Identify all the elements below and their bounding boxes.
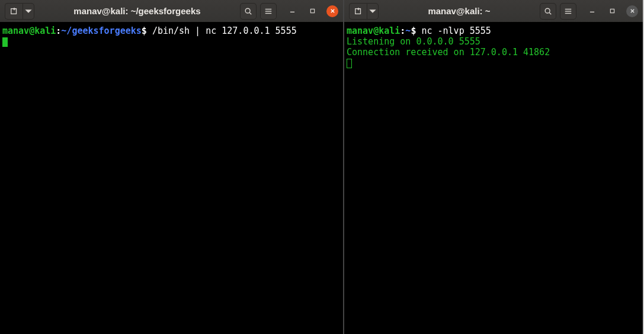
minimize-icon (290, 8, 295, 14)
window-controls (286, 5, 338, 17)
titlebar-left[interactable]: manav@kali: ~/geeksforgeeks (0, 0, 343, 22)
close-button[interactable] (326, 5, 338, 17)
search-icon (544, 7, 552, 15)
output-line: Connection received on 127.0.0.1 41862 (347, 47, 640, 58)
new-tab-group (349, 3, 379, 20)
new-tab-group (5, 3, 34, 20)
new-tab-icon (354, 7, 363, 15)
svg-line-16 (549, 12, 551, 14)
svg-line-4 (249, 12, 251, 14)
prompt-user-host: manav@kali (347, 26, 400, 36)
terminal-window-right: manav@kali: ~ manav@kali:~$ nc -nlvp 555… (344, 0, 643, 334)
output-line: Listening on 0.0.0.0 5555 (347, 36, 640, 47)
search-icon (244, 7, 252, 15)
maximize-icon (310, 8, 315, 14)
maximize-icon (610, 8, 615, 14)
close-button[interactable] (626, 5, 638, 17)
window-title: manav@kali: ~/geeksforgeeks (38, 6, 236, 16)
svg-rect-12 (355, 8, 360, 14)
window-controls (586, 5, 638, 17)
prompt-colon: : (56, 26, 61, 36)
new-tab-button[interactable] (5, 3, 23, 20)
titlebar-right[interactable]: manav@kali: ~ (344, 0, 643, 22)
prompt-symbol: $ (142, 26, 147, 36)
close-icon (630, 8, 635, 14)
new-tab-dropdown[interactable] (23, 3, 34, 20)
terminal-body-right[interactable]: manav@kali:~$ nc -nlvp 5555 Listening on… (344, 22, 643, 334)
menu-button[interactable] (260, 3, 277, 20)
minimize-button[interactable] (586, 5, 598, 17)
new-tab-button[interactable] (349, 3, 367, 20)
window-title: manav@kali: ~ (382, 6, 536, 16)
new-tab-icon (10, 7, 18, 15)
svg-rect-0 (11, 8, 16, 14)
svg-point-3 (245, 8, 250, 13)
prompt-line: manav@kali:~/geeksforgeeks$ /bin/sh | nc… (2, 26, 341, 36)
minimize-button[interactable] (286, 5, 298, 17)
command-text: /bin/sh | nc 127.0.0.1 5555 (152, 26, 297, 36)
search-button[interactable] (240, 3, 257, 20)
new-tab-dropdown[interactable] (367, 3, 379, 20)
maximize-button[interactable] (306, 5, 318, 17)
command-text: nc -nlvp 5555 (421, 26, 491, 36)
minimize-icon (589, 8, 595, 14)
hamburger-icon (264, 7, 273, 15)
maximize-button[interactable] (606, 5, 618, 17)
chevron-down-icon (24, 7, 33, 15)
svg-rect-21 (610, 9, 614, 12)
svg-point-15 (545, 8, 550, 13)
cursor (347, 59, 352, 68)
close-icon (330, 8, 335, 14)
prompt-path: ~/geeksforgeeks (61, 26, 141, 36)
search-button[interactable] (540, 3, 556, 20)
hamburger-icon (564, 7, 572, 15)
prompt-line: manav@kali:~$ nc -nlvp 5555 (347, 26, 640, 36)
terminal-window-left: manav@kali: ~/geeksforgeeks manav@kali:~… (0, 0, 344, 334)
terminal-body-left[interactable]: manav@kali:~/geeksforgeeks$ /bin/sh | nc… (0, 22, 343, 334)
prompt-user-host: manav@kali (2, 26, 56, 36)
menu-button[interactable] (560, 3, 576, 20)
cursor (2, 37, 8, 47)
chevron-down-icon (369, 7, 377, 15)
prompt-colon: : (400, 26, 405, 36)
svg-rect-9 (310, 9, 314, 12)
